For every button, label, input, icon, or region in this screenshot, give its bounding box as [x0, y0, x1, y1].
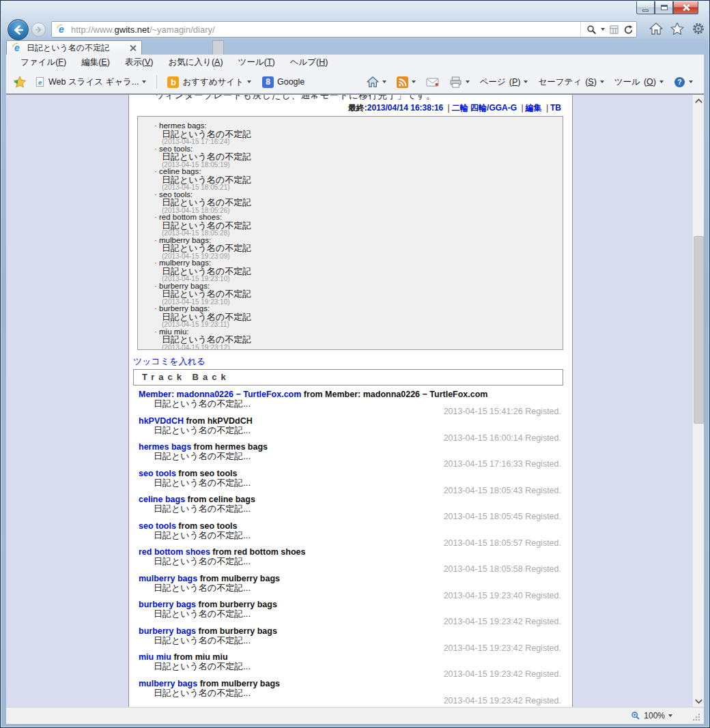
- trackback-source-link[interactable]: burberry bags: [139, 626, 196, 636]
- search-icon[interactable]: [586, 25, 597, 35]
- feeds-button[interactable]: [394, 74, 418, 90]
- trackback-from: from seo tools: [178, 521, 237, 531]
- print-dropdown-icon[interactable]: [466, 81, 470, 83]
- menu-item[interactable]: 編集E: [74, 55, 117, 70]
- scroll-down-button[interactable]: [693, 695, 704, 707]
- resize-grip[interactable]: [692, 712, 701, 722]
- trackback-title-line: Member: madonna0226 − TurtleFox.com from…: [129, 390, 572, 399]
- back-button[interactable]: [8, 19, 29, 40]
- menu-item[interactable]: ヘルプH: [283, 55, 336, 70]
- suggested-sites-dropdown-icon[interactable]: [247, 81, 251, 83]
- add-comment-link[interactable]: ツッコミを入れる: [133, 357, 205, 366]
- vertical-scrollbar[interactable]: [692, 95, 704, 707]
- feeds-dropdown-icon[interactable]: [412, 81, 416, 83]
- tab-strip: e 日記という名の不定記: [6, 40, 704, 55]
- trackback-source-link[interactable]: miu miu: [139, 652, 171, 662]
- safety-menu-button[interactable]: セーフティS: [535, 74, 606, 90]
- mail-icon: [426, 77, 439, 87]
- webslice-dropdown-icon[interactable]: [142, 81, 146, 83]
- scrollbar-thumb[interactable]: [694, 236, 704, 424]
- comment-timestamp: (2013-04-15 18:05:19): [154, 162, 563, 169]
- trackback-source-link[interactable]: seo tools: [139, 521, 176, 531]
- close-button[interactable]: [673, 1, 698, 14]
- home-dropdown-icon[interactable]: [382, 81, 386, 83]
- menu-item[interactable]: 表示V: [117, 55, 161, 70]
- address-bar[interactable]: e http://www.gwits.net/~yamagin/diary/: [51, 21, 637, 38]
- new-tab-stub[interactable]: [212, 40, 224, 55]
- forward-arrow-icon: [33, 25, 44, 35]
- trackback-source-link[interactable]: celine bags: [139, 495, 185, 504]
- trackback-source-link[interactable]: burberry bags: [139, 600, 196, 609]
- minimize-button[interactable]: [636, 1, 655, 14]
- suggested-sites-label: おすすめサイト: [182, 76, 244, 88]
- tab-close-icon[interactable]: [129, 44, 137, 52]
- trackback-from: from hkPVDdCH: [186, 416, 252, 426]
- trackback-source-link[interactable]: Member: madonna0226 − TurtleFox.com: [139, 390, 301, 399]
- navigation-bar: e http://www.gwits.net/~yamagin/diary/: [1, 18, 709, 40]
- tab-diary[interactable]: e 日記という名の不定記: [6, 40, 142, 55]
- home-icon[interactable]: [649, 22, 663, 35]
- comment-item: mulberry bags: 日記という名の不定記 (2013-04-15 19…: [154, 259, 563, 282]
- trackback-source-link[interactable]: mulberry bags: [139, 574, 197, 583]
- maximize-button[interactable]: [655, 1, 673, 14]
- favorites-item-webslice[interactable]: e Web スライス ギャラ...: [32, 74, 149, 90]
- trackback-source-link[interactable]: hkPVDdCH: [139, 416, 184, 426]
- trackback-title-line: mulberry bags from mulberry bags: [129, 574, 572, 583]
- forward-button[interactable]: [31, 23, 46, 37]
- trackback-timestamp: 2013-04-15 18:05:45 Registed.: [129, 513, 572, 521]
- help-dropdown-icon[interactable]: [689, 81, 693, 83]
- minimize-icon: [642, 10, 649, 12]
- divider: [156, 75, 157, 89]
- trackback-source-link[interactable]: mulberry bags: [139, 679, 197, 688]
- trackback-from: from Member: madonna0226 − TurtleFox.com: [304, 390, 488, 399]
- trackback-source-link[interactable]: red bottom shoes: [139, 547, 210, 557]
- comment-list: hermes bags: 日記という名の不定記 (2013-04-15 17:1…: [137, 116, 563, 350]
- comment-item: seo tools: 日記という名の不定記 (2013-04-15 18:05:…: [154, 145, 563, 169]
- trackback-source-link[interactable]: seo tools: [139, 469, 176, 478]
- title-bar[interactable]: [1, 1, 709, 18]
- trackback-title-line: celine bags from celine bags: [129, 495, 572, 504]
- tab-title: 日記という名の不定記: [27, 42, 125, 54]
- trackback-source-link[interactable]: hermes bags: [139, 442, 191, 452]
- trackback-link-top[interactable]: TB: [550, 103, 561, 113]
- read-mail-button[interactable]: [423, 75, 442, 89]
- trackback-timestamp: 2013-04-15 19:23:42 Registed.: [129, 645, 572, 653]
- trackback-timestamp: 2013-04-15 17:16:33 Registed.: [129, 461, 572, 469]
- page-menu-button[interactable]: ページP: [477, 74, 531, 90]
- favorites-item-google[interactable]: 8 Google: [259, 74, 307, 90]
- trackback-entry: burberry bags from burberry bags 日記という名の…: [129, 600, 572, 626]
- refresh-icon[interactable]: [623, 25, 634, 35]
- home-button[interactable]: [364, 74, 389, 90]
- help-button[interactable]: ?: [671, 74, 696, 90]
- page-viewport: ウィンターブレードも戻したし、通常モードに移行完了」です。 最終:2013/04…: [6, 95, 704, 707]
- category-link[interactable]: 二輪 四輪/GGA-G: [452, 103, 517, 113]
- search-dropdown-icon[interactable]: [601, 28, 605, 31]
- gear-icon[interactable]: [692, 22, 705, 35]
- menu-item[interactable]: ファイルF: [13, 55, 74, 70]
- scroll-up-button[interactable]: [693, 95, 704, 106]
- comment-item: red bottom shoes: 日記という名の不定記 (2013-04-15…: [154, 214, 563, 237]
- safety-dropdown-icon: [600, 81, 604, 83]
- comment-item: celine bags: 日記という名の不定記 (2013-04-15 18:0…: [154, 168, 563, 191]
- comment-timestamp: (2013-04-15 19:23:11): [154, 321, 563, 328]
- menu-item[interactable]: ツールT: [231, 55, 283, 70]
- comment-title: 日記という名の不定記: [154, 153, 563, 162]
- compatibility-view-icon[interactable]: [609, 25, 619, 35]
- diary-content-column: ウィンターブレードも戻したし、通常モードに移行完了」です。 最終:2013/04…: [128, 95, 573, 707]
- tools-menu-button[interactable]: ツールO: [612, 74, 666, 90]
- edit-link[interactable]: 編集: [526, 103, 542, 113]
- favorites-star-icon[interactable]: [670, 22, 684, 35]
- window-controls: [636, 1, 698, 14]
- comment-title: 日記という名の不定記: [154, 290, 563, 299]
- print-button[interactable]: [446, 74, 472, 90]
- trackback-entry: hkPVDdCH from hkPVDdCH 日記という名の不定記... 201…: [129, 416, 572, 443]
- menu-item[interactable]: お気に入りA: [161, 55, 231, 70]
- comment-item: burberry bags: 日記という名の不定記 (2013-04-15 19…: [154, 305, 563, 328]
- trackback-title-line: miu miu from miu miu: [129, 652, 572, 662]
- trackback-from: from red bottom shoes: [212, 547, 305, 557]
- add-favorite-icon[interactable]: [13, 76, 27, 88]
- zoom-dropdown-icon[interactable]: [668, 714, 672, 717]
- trackback-from: from burberry bags: [199, 600, 277, 609]
- favorites-item-suggested-sites[interactable]: b おすすめサイト: [165, 74, 254, 90]
- nav-right-icons: [649, 22, 705, 35]
